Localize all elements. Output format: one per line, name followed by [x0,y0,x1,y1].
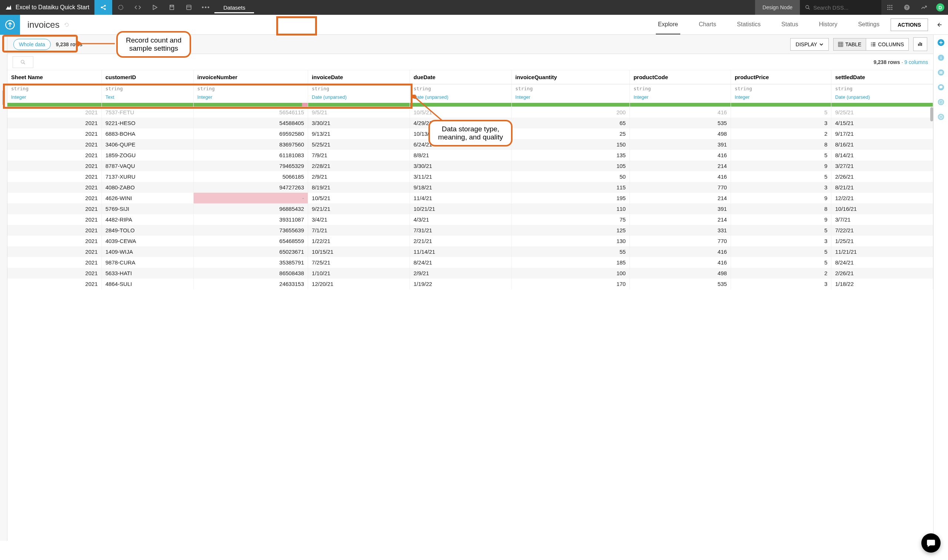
table-cell[interactable]: 185 [511,257,630,268]
table-cell[interactable]: 24633153 [193,278,308,289]
quick-chart-button[interactable] [913,37,927,51]
table-cell[interactable]: 55 [511,246,630,257]
table-cell[interactable]: 1859-ZOGU [102,150,193,160]
tab-history[interactable]: History [817,15,840,34]
table-cell[interactable]: 79465329 [193,160,308,171]
table-cell[interactable]: 69592580 [193,128,308,139]
table-cell[interactable]: 2021 [8,160,102,171]
table-cell[interactable]: 4039-CEWA [102,235,193,246]
drag-handle[interactable] [2,90,4,105]
table-cell[interactable]: 11/21/21 [831,246,933,257]
table-cell[interactable]: 2021 [8,203,102,214]
table-cell[interactable]: 8/24/21 [831,257,933,268]
meaning-type[interactable]: Text [102,93,193,103]
play-icon[interactable] [146,0,163,15]
filter-search-box[interactable] [12,56,33,68]
table-cell[interactable]: 9/25/21 [831,106,933,118]
table-cell[interactable]: 391 [630,139,730,150]
table-cell[interactable]: 8/19/21 [308,182,410,193]
add-icon[interactable] [937,38,945,47]
table-cell[interactable]: 56546115 [193,106,308,118]
table-cell[interactable]: 7/31/21 [409,225,511,235]
table-cell[interactable]: 5066185 [193,171,308,182]
table-cell[interactable]: 115 [511,182,630,193]
table-cell[interactable]: 195 [511,193,630,203]
table-row[interactable]: 20214864-SULI2463315312/20/211/19/221705… [8,278,933,289]
table-cell[interactable]: 3/7/21 [831,214,933,225]
table-cell[interactable]: 2021 [8,257,102,268]
column-header[interactable]: invoiceDate [308,70,410,84]
table-cell[interactable]: 10/5/21 [308,193,410,203]
table-cell[interactable]: 2021 [8,235,102,246]
table-cell[interactable]: 25 [511,128,630,139]
table-cell[interactable]: 3/11/21 [409,171,511,182]
table-cell[interactable]: 65 [511,118,630,128]
table-cell[interactable]: 39311087 [193,214,308,225]
actions-button[interactable]: ACTIONS [891,18,928,31]
table-row[interactable]: 20217137-XURU50661852/9/213/11/215041652… [8,171,933,182]
table-cell[interactable]: 1/10/21 [308,268,410,278]
table-cell[interactable]: 3 [730,278,831,289]
info-icon[interactable]: i [937,54,945,62]
dataset-type-icon[interactable] [0,15,20,35]
table-cell[interactable]: 5 [730,150,831,160]
table-view-button[interactable]: TABLE [834,38,866,50]
activity-button[interactable] [916,0,933,15]
table-cell[interactable]: 4482-RIPA [102,214,193,225]
table-cell[interactable]: 9/18/21 [409,182,511,193]
table-cell[interactable]: 7537-FETU [102,106,193,118]
table-cell[interactable]: 3 [730,118,831,128]
display-button[interactable]: DISPLAY [790,38,829,51]
table-cell[interactable]: 125 [511,225,630,235]
table-cell[interactable]: 96885432 [193,203,308,214]
table-row[interactable]: 20214039-CEWA654685591/22/212/21/2113077… [8,235,933,246]
table-cell[interactable]: 1/22/21 [308,235,410,246]
table-cell[interactable]: 416 [630,106,730,118]
table-cell[interactable]: 5/25/21 [308,139,410,150]
table-cell[interactable]: 12/20/21 [308,278,410,289]
table-row[interactable]: 20218787-VAQU794653292/28/213/30/2110521… [8,160,933,171]
table-cell[interactable]: 535 [630,118,730,128]
table-cell[interactable]: 7/9/21 [308,150,410,160]
meaning-type[interactable]: Date (unparsed) [308,93,410,103]
column-header[interactable]: Sheet Name [8,70,102,84]
table-cell[interactable]: 2 [730,268,831,278]
table-cell[interactable]: 73655639 [193,225,308,235]
table-cell[interactable]: 94727263 [193,182,308,193]
table-cell[interactable]: 3 [730,182,831,193]
table-cell[interactable]: 535 [630,278,730,289]
table-cell[interactable]: 200 [511,106,630,118]
table-cell[interactable]: 100 [511,268,630,278]
table-cell[interactable]: 7/25/21 [308,257,410,268]
table-cell[interactable]: 10/5/21 [409,106,511,118]
table-cell[interactable]: 9878-CURA [102,257,193,268]
table-cell[interactable]: 8/8/21 [409,150,511,160]
table-cell[interactable]: 61181083 [193,150,308,160]
column-header[interactable]: invoiceQuantity [511,70,630,84]
table-cell[interactable]: 9 [730,214,831,225]
column-header[interactable]: dueDate [409,70,511,84]
table-cell[interactable]: 391 [630,203,730,214]
table-cell[interactable]: 2021 [8,150,102,160]
table-cell[interactable]: 498 [630,268,730,278]
table-cell[interactable]: 8/14/21 [831,150,933,160]
table-cell[interactable]: 2/26/21 [831,171,933,182]
table-cell[interactable]: 3406-QUPE [102,139,193,150]
table-cell[interactable]: 83697560 [193,139,308,150]
table-cell[interactable]: 8/24/21 [409,257,511,268]
table-cell[interactable]: 4864-SULI [102,278,193,289]
table-cell[interactable]: 10/15/21 [308,246,410,257]
table-cell[interactable]: 150 [511,139,630,150]
table-cell[interactable]: 11/4/21 [409,193,511,203]
table-row[interactable]: 20215769-SIJI968854329/21/2110/21/211103… [8,203,933,214]
meaning-type[interactable]: Date (unparsed) [409,93,511,103]
meaning-type[interactable]: Integer [511,93,630,103]
table-cell[interactable]: 2021 [8,182,102,193]
table-cell[interactable]: 2021 [8,246,102,257]
table-cell[interactable]: 8787-VAQU [102,160,193,171]
table-cell[interactable]: 9 [730,160,831,171]
table-cell[interactable]: 135 [511,150,630,160]
table-cell[interactable]: 214 [630,193,730,203]
search-input[interactable] [813,5,876,11]
table-cell[interactable]: 2021 [8,278,102,289]
